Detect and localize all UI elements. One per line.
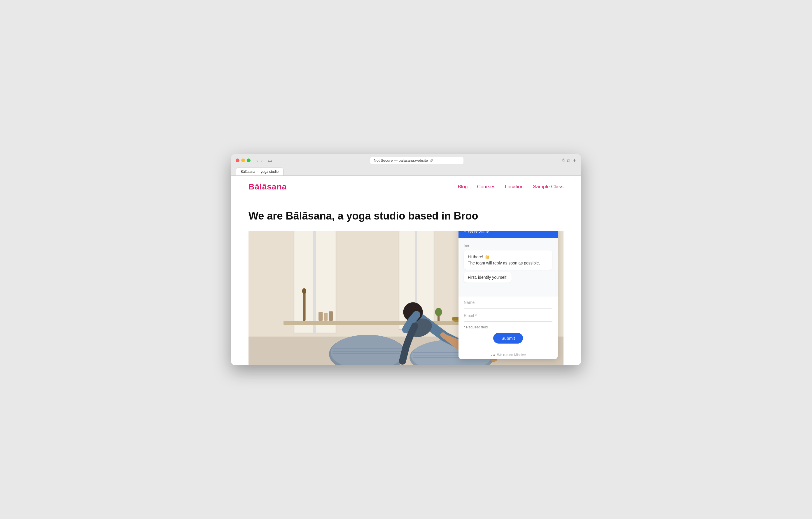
- copy-tab-button[interactable]: ⧉: [567, 157, 570, 164]
- powered-by: ⌄∧ We run on Missive: [459, 351, 558, 359]
- nav-courses[interactable]: Courses: [477, 184, 496, 190]
- new-tab-button[interactable]: +: [573, 157, 576, 164]
- required-field-note: * Required field: [464, 325, 552, 329]
- browser-window: ‹ › ▭ Not Secure — balasana.website ↺ ⎙ …: [231, 154, 581, 365]
- svg-rect-9: [319, 312, 323, 321]
- share-button[interactable]: ⎙: [562, 157, 565, 164]
- submit-button[interactable]: Submit: [493, 333, 523, 344]
- svg-rect-3: [313, 231, 316, 333]
- bot-label: Bot: [464, 244, 552, 248]
- maximize-traffic-light[interactable]: [247, 159, 251, 162]
- hero-image: Chat with us We're offline × Bot Hi the: [249, 231, 563, 365]
- chat-header: Chat with us We're offline ×: [459, 231, 558, 238]
- svg-rect-10: [324, 312, 327, 321]
- powered-by-label: We run on Missive: [497, 353, 526, 357]
- browser-chrome: ‹ › ▭ Not Secure — balasana.website ↺ ⎙ …: [231, 154, 581, 176]
- nav-blog[interactable]: Blog: [458, 184, 468, 190]
- svg-point-8: [302, 288, 306, 294]
- offline-label: We're offline: [468, 231, 489, 234]
- name-input[interactable]: [464, 297, 552, 308]
- website-content: Bālāsana Blog Courses Location Sample Cl…: [231, 176, 581, 365]
- forward-button[interactable]: ›: [260, 158, 264, 163]
- site-logo[interactable]: Bālāsana: [249, 182, 287, 191]
- site-header: Bālāsana Blog Courses Location Sample Cl…: [231, 176, 581, 198]
- site-nav: Blog Courses Location Sample Class: [458, 184, 564, 190]
- hero-title: We are Bālāsana, a yoga studio based in …: [249, 210, 563, 222]
- chat-message-1: Hi there! 👋 The team will reply as soon …: [464, 250, 552, 270]
- close-traffic-light[interactable]: [236, 159, 239, 162]
- chat-message-2: First, identify yourself.: [464, 272, 512, 282]
- svg-rect-7: [303, 291, 306, 321]
- back-button[interactable]: ‹: [255, 158, 259, 163]
- chat-widget: Chat with us We're offline × Bot Hi the: [459, 231, 558, 359]
- missive-icon: ⌄∧: [490, 353, 495, 357]
- chat-form: * Required field Submit: [459, 297, 558, 351]
- svg-point-15: [435, 308, 442, 316]
- address-bar[interactable]: Not Secure — balasana.website ↺: [370, 157, 463, 164]
- browser-tab[interactable]: Bālāsana — yoga studio: [236, 168, 284, 175]
- refresh-button[interactable]: ↺: [430, 158, 433, 163]
- chat-body: Bot Hi there! 👋 The team will reply as s…: [459, 238, 558, 297]
- offline-status: We're offline: [464, 231, 491, 234]
- traffic-lights: [236, 159, 251, 162]
- email-input[interactable]: [464, 310, 552, 322]
- nav-sample-class[interactable]: Sample Class: [533, 184, 563, 190]
- security-label: Not Secure — balasana.website: [374, 158, 428, 163]
- nav-location[interactable]: Location: [505, 184, 524, 190]
- sidebar-toggle-button[interactable]: ▭: [266, 157, 274, 164]
- offline-dot: [464, 231, 466, 233]
- minimize-traffic-light[interactable]: [241, 159, 245, 162]
- svg-rect-11: [329, 311, 333, 321]
- hero-section: We are Bālāsana, a yoga studio based in …: [231, 198, 581, 365]
